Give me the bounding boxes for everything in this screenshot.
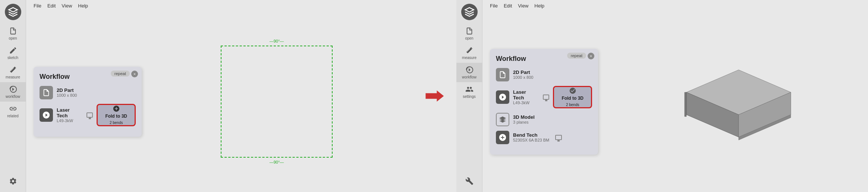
right-workflow-item-laser: Laser Tech L49-3kW Fold to 3D 2 bends [496,86,592,108]
left-laser-label: Laser Tech [57,107,81,118]
left-part-icon [40,86,53,99]
right-bendtech-monitor-icon [555,135,562,140]
right-laser-sublabel: L49-3kW [513,100,537,105]
canvas-angle-top: —90°— [270,39,284,43]
svg-marker-4 [685,92,686,117]
right-sidebar-label-workflow: workflow [462,75,477,79]
sidebar-label-sketch: sketch [7,56,18,60]
left-repeat-button[interactable]: repeat [111,71,130,77]
sidebar-item-sketch[interactable]: sketch [0,43,26,63]
sidebar-item-related[interactable]: related [0,102,26,121]
left-main-content: Workflow repeat × 2D Part 1000 x 800 [26,11,412,192]
menu-view-right[interactable]: View [518,3,528,9]
right-sidebar-item-workflow[interactable]: workflow [456,63,482,82]
right-3d-view [602,55,861,148]
right-3dmodel-label: 3D Model [513,114,535,120]
sidebar-bottom-right [456,174,482,192]
right-bendtech-icon [496,131,509,144]
right-panel: open measure workflow settings File Edit… [456,0,868,192]
right-sidebar-label-measure: measure [462,56,477,60]
right-bendtech-sublabel: 5230SX 6A B23 BM [513,138,549,142]
right-sidebar: open measure workflow settings [456,0,482,192]
right-3dmodel-icon [496,113,509,126]
right-arrow-icon [423,89,445,103]
sidebar-bottom-left [0,174,26,192]
right-part-label: 2D Part [513,69,533,75]
right-sidebar-item-measure[interactable]: measure [456,43,482,63]
right-part-sublabel: 1000 x 800 [513,75,533,80]
left-fold-sublabel: 2 bends [110,121,123,125]
sidebar-item-measure[interactable]: measure [0,63,26,82]
menu-view-left[interactable]: View [62,3,72,9]
right-laser-icon [496,90,509,104]
left-canvas-container: —90°— —90°— [221,46,333,158]
app-logo[interactable] [5,4,21,20]
left-workflow-panel: Workflow repeat × 2D Part 1000 x 800 [34,67,142,137]
right-workflow-panel: Workflow repeat × 2D Part 1000 x 800 [490,49,598,155]
sidebar-item-settings-left[interactable] [0,174,26,188]
sidebar-label-workflow: workflow [6,95,20,99]
left-laser-step: Laser Tech L49-3kW [57,107,81,123]
right-workflow-close[interactable]: × [588,53,594,59]
right-laser-step: Laser Tech L49-3kW [513,89,537,105]
right-part-icon [496,68,509,81]
left-canvas-area: —90°— —90°— [149,46,404,158]
sidebar-item-open[interactable]: open [0,24,26,43]
sidebar-label-related: related [7,114,19,118]
right-part-step: 2D Part 1000 x 800 [513,69,533,80]
menu-help-right[interactable]: Help [534,3,544,9]
right-3dmodel-sublabel: 3 planes [513,120,535,124]
right-fold-sublabel: 2 bends [566,103,579,107]
menu-help-left[interactable]: Help [78,3,88,9]
left-fold-button[interactable]: Fold to 3D 2 bends [97,104,136,126]
right-workflow-item-3dmodel: 3D Model 3 planes [496,113,592,126]
right-workflow-item-part: 2D Part 1000 x 800 [496,68,592,81]
right-fold-label: Fold to 3D [562,96,584,101]
left-workflow-close[interactable]: × [131,71,138,77]
right-menubar: File Edit View Help [482,0,868,11]
right-bendtech-step: Bend Tech 5230SX 6A B23 BM [513,132,549,142]
left-panel: open sketch measure workflow related Fil… [0,0,412,192]
right-app-logo[interactable] [461,4,478,20]
sidebar-label-open: open [9,36,17,40]
menu-edit-left[interactable]: Edit [47,3,56,9]
right-fold-button[interactable]: Fold to 3D 2 bends [553,86,592,108]
menu-file-left[interactable]: File [34,3,41,9]
left-part-label: 2D Part [57,87,77,93]
right-sidebar-label-open: open [465,36,473,40]
center-arrow-container [412,0,456,192]
right-sidebar-label-settings: settings [463,95,475,99]
right-monitor-icon [543,95,549,100]
right-bendtech-label: Bend Tech [513,132,549,138]
menu-edit-right[interactable]: Edit [504,3,512,9]
right-repeat-button[interactable]: repeat [567,53,586,59]
right-sidebar-item-open[interactable]: open [456,24,482,43]
sidebar-label-measure: measure [6,75,20,79]
left-workflow-item-laser: Laser Tech L49-3kW Fold to 3D 2 bends [40,104,136,126]
sidebar-item-workflow[interactable]: workflow [0,82,26,102]
left-part-step: 2D Part 1000 x 800 [57,87,77,97]
left-monitor-icon [87,112,93,118]
left-fold-label: Fold to 3D [105,114,127,119]
right-3dmodel-step: 3D Model 3 planes [513,114,535,124]
3d-box-svg [664,55,798,148]
left-menubar: File Edit View Help [26,0,412,11]
left-sidebar: open sketch measure workflow related [0,0,26,192]
right-main-content: Workflow repeat × 2D Part 1000 x 800 [482,11,868,192]
canvas-box [221,46,333,158]
left-workflow-item-part: 2D Part 1000 x 800 [40,86,136,99]
right-laser-label: Laser Tech [513,89,537,100]
menu-file-right[interactable]: File [490,3,498,9]
left-part-sublabel: 1000 x 800 [57,93,77,97]
right-sidebar-item-wrench[interactable] [456,174,482,188]
left-laser-sublabel: L49-3kW [57,118,81,123]
canvas-angle-bottom: —90°— [270,160,284,164]
right-sidebar-item-settings[interactable]: settings [456,82,482,102]
left-laser-icon [40,108,53,122]
right-workflow-item-bendtech: Bend Tech 5230SX 6A B23 BM [496,131,592,144]
svg-marker-0 [426,90,444,102]
